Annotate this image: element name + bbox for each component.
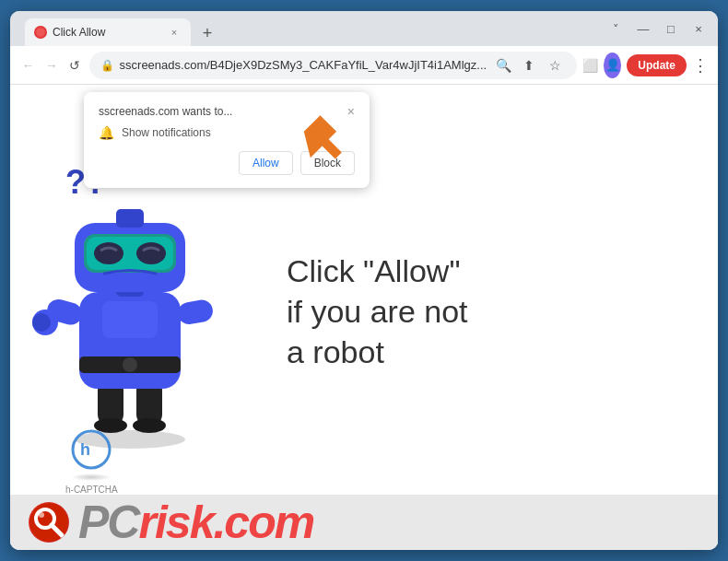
svg-text:h: h bbox=[80, 440, 90, 459]
page-content: sscreenads.com wants to... × 🔔 Show noti… bbox=[10, 85, 718, 550]
url-text: sscreenads.com/B4DjeX9DzSMy3_CAKFaYfiL_V… bbox=[120, 58, 487, 72]
main-text-line1: Click "Allow" bbox=[287, 251, 468, 291]
hcaptcha-label: h-CAPTCHA bbox=[65, 485, 118, 495]
main-text-line3: a robot bbox=[287, 332, 468, 372]
pcrisk-brand: PC risk .com bbox=[78, 496, 313, 549]
hcaptcha-area: h h-CAPTCHA bbox=[65, 429, 118, 495]
title-bar: Click Allow × + ˅ — □ × bbox=[10, 11, 718, 46]
url-actions: 🔍 ⬆ ☆ bbox=[492, 54, 566, 76]
menu-dots-icon[interactable]: ⋮ bbox=[692, 55, 709, 76]
back-button[interactable]: ← bbox=[19, 53, 37, 78]
svg-point-9 bbox=[123, 357, 137, 372]
main-text-line2: if you are not bbox=[287, 291, 468, 332]
popup-site-text: sscreenads.com wants to... bbox=[99, 105, 232, 118]
profile-icon[interactable]: 👤 bbox=[604, 53, 621, 78]
main-text-block: Click "Allow" if you are not a robot bbox=[287, 251, 468, 373]
svg-point-13 bbox=[32, 313, 51, 332]
minimize-button[interactable]: — bbox=[631, 17, 655, 41]
svg-point-27 bbox=[39, 512, 44, 518]
close-window-button[interactable]: × bbox=[687, 17, 710, 41]
hcaptcha-shadow bbox=[71, 473, 112, 481]
forward-button[interactable]: → bbox=[42, 53, 60, 78]
svg-point-21 bbox=[136, 242, 166, 264]
active-tab[interactable]: Click Allow × bbox=[25, 18, 191, 46]
svg-point-6 bbox=[133, 418, 166, 433]
bell-icon: 🔔 bbox=[99, 125, 114, 140]
new-tab-button[interactable]: + bbox=[194, 20, 220, 46]
svg-marker-1 bbox=[294, 115, 349, 170]
svg-rect-14 bbox=[176, 298, 215, 326]
svg-point-20 bbox=[94, 242, 123, 264]
lock-icon: 🔒 bbox=[100, 59, 114, 72]
reload-button[interactable]: ↺ bbox=[65, 53, 83, 78]
pcrisk-logo-svg bbox=[29, 502, 69, 543]
hcaptcha-logo: h bbox=[71, 429, 112, 470]
address-bar: ← → ↺ 🔒 sscreenads.com/B4DjeX9DzSMy3_CAK… bbox=[10, 46, 718, 85]
browser-window: Click Allow × + ˅ — □ × ← → ↺ 🔒 sscreena… bbox=[10, 11, 718, 550]
robot-svg bbox=[29, 158, 231, 453]
chevron-icon[interactable]: ˅ bbox=[604, 17, 628, 41]
url-bar[interactable]: 🔒 sscreenads.com/B4DjeX9DzSMy3_CAKFaYfiL… bbox=[89, 52, 578, 79]
popup-description: Show notifications bbox=[122, 126, 211, 139]
extensions-icon[interactable]: ⬜ bbox=[582, 54, 598, 76]
pcrisk-logo-icon bbox=[29, 502, 69, 543]
maximize-button[interactable]: □ bbox=[659, 17, 683, 41]
brand-risk: risk bbox=[138, 496, 213, 549]
search-icon[interactable]: 🔍 bbox=[492, 54, 514, 76]
tab-bar: Click Allow × + bbox=[25, 11, 600, 46]
update-button[interactable]: Update bbox=[627, 54, 687, 76]
arrow-container bbox=[277, 112, 351, 190]
svg-rect-10 bbox=[102, 301, 158, 338]
bookmark-icon[interactable]: ☆ bbox=[544, 54, 566, 76]
brand-com: .com bbox=[213, 496, 313, 549]
svg-point-22 bbox=[73, 431, 110, 468]
arrow-icon bbox=[277, 112, 351, 186]
window-action-buttons: ˅ — □ × bbox=[604, 17, 710, 41]
tab-close-button[interactable]: × bbox=[167, 25, 182, 40]
tab-favicon bbox=[34, 26, 47, 39]
svg-rect-17 bbox=[116, 209, 144, 228]
brand-pc: PC bbox=[78, 496, 138, 549]
share-icon[interactable]: ⬆ bbox=[518, 54, 540, 76]
robot-illustration bbox=[29, 158, 268, 508]
pcrisk-footer: PC risk .com bbox=[10, 495, 718, 550]
tab-title: Click Allow bbox=[53, 26, 161, 39]
